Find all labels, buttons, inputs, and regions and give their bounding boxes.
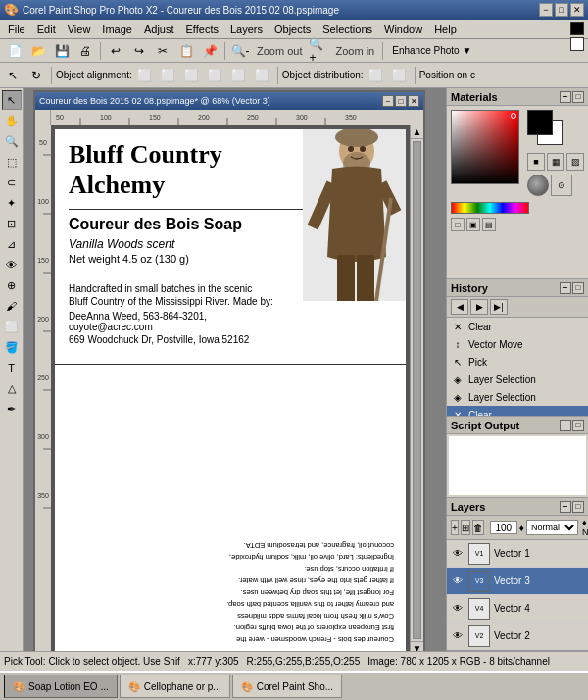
solid-color-btn[interactable]: ■ <box>527 153 545 171</box>
save-btn[interactable]: 💾 <box>51 41 73 61</box>
redo-btn[interactable]: ↪ <box>128 41 150 61</box>
doc-maximize[interactable]: □ <box>395 95 407 107</box>
color-spectrum[interactable] <box>451 202 529 214</box>
close-button[interactable]: ✕ <box>570 3 584 17</box>
pan-tool[interactable]: ✋ <box>2 111 22 130</box>
layer-item-vector2[interactable]: 👁 V2 Vector 2 <box>447 623 588 650</box>
maximize-button[interactable]: □ <box>555 3 568 17</box>
history-item-3[interactable]: ◈ Layer Selection <box>447 371 588 388</box>
brush-tool[interactable]: 🖌 <box>2 296 22 316</box>
blend-mode-select[interactable]: Normal Multiply Screen <box>526 520 578 535</box>
enhance-photo-btn[interactable]: Enhance Photo ▼ <box>387 41 476 61</box>
fg-bg-swatches[interactable] <box>527 110 563 145</box>
mat-ctrl-3[interactable]: ▤ <box>482 218 496 231</box>
menu-view[interactable]: View <box>62 22 97 37</box>
doc-minimize[interactable]: − <box>382 95 394 107</box>
undo-btn[interactable]: ↩ <box>105 41 126 61</box>
color-gradient[interactable] <box>451 110 519 184</box>
dist-v[interactable]: ⬜ <box>389 66 411 85</box>
menu-image[interactable]: Image <box>96 22 138 37</box>
print-btn[interactable]: 🖨 <box>74 41 96 61</box>
layer-item-vector4[interactable]: 👁 V4 Vector 4 <box>447 595 588 623</box>
doc-close[interactable]: ✕ <box>408 95 419 107</box>
open-btn[interactable]: 📂 <box>27 41 49 61</box>
zoom-in-btn[interactable]: 🔍+ <box>308 41 329 61</box>
align-center-h[interactable]: ⬜ <box>158 66 179 85</box>
history-maximize[interactable]: □ <box>572 282 584 294</box>
align-top[interactable]: ⬜ <box>205 66 226 85</box>
paste-btn[interactable]: 📌 <box>199 41 220 61</box>
layers-new[interactable]: + <box>451 520 459 535</box>
align-left[interactable]: ⬜ <box>134 66 156 85</box>
menu-edit[interactable]: Edit <box>31 22 62 37</box>
history-back[interactable]: ◀ <box>451 299 468 315</box>
layer-eye-2[interactable]: 👁 <box>451 630 465 641</box>
menu-layers[interactable]: Layers <box>224 22 269 37</box>
taskbar-item-1[interactable]: 🎨 Cellophane or p... <box>120 675 230 698</box>
zoom-out-btn[interactable]: 🔍- <box>229 41 251 61</box>
magic-wand[interactable]: ✦ <box>2 193 22 213</box>
history-item-4[interactable]: ◈ Layer Selection <box>447 388 588 406</box>
new-btn[interactable]: 📄 <box>4 41 25 61</box>
menu-objects[interactable]: Objects <box>269 22 317 37</box>
copy-btn[interactable]: 📋 <box>175 41 197 61</box>
minimize-button[interactable]: − <box>539 3 553 17</box>
zoom-tool[interactable]: 🔍 <box>2 131 22 151</box>
vertical-scrollbar[interactable]: ▲ ▼ <box>410 125 423 651</box>
history-end[interactable]: ▶| <box>490 299 508 315</box>
red-eye-tool[interactable]: 👁 <box>2 255 22 275</box>
canvas-area[interactable]: Coureur des Bois 2015 02 08.pspimage* @ … <box>24 88 446 651</box>
menu-adjust[interactable]: Adjust <box>138 22 180 37</box>
mat-ctrl-1[interactable]: □ <box>451 218 465 231</box>
script-maximize[interactable]: □ <box>572 420 584 431</box>
history-forward[interactable]: ▶ <box>470 299 488 315</box>
layers-maximize[interactable]: □ <box>572 501 584 513</box>
rotate-tool[interactable]: ↻ <box>25 66 47 85</box>
align-right[interactable]: ⬜ <box>181 66 203 85</box>
layers-minimize[interactable]: − <box>560 501 571 513</box>
eraser-tool[interactable]: ⬜ <box>2 317 22 336</box>
pattern-btn[interactable]: ▨ <box>566 153 584 171</box>
pick-tool[interactable]: ↖ <box>2 66 24 85</box>
menu-selections[interactable]: Selections <box>317 22 378 37</box>
layer-eye-4[interactable]: 👁 <box>451 603 465 614</box>
straighten-tool[interactable]: ⊿ <box>2 234 22 254</box>
taskbar-item-2[interactable]: 🎨 Corel Paint Sho... <box>232 675 342 698</box>
layer-item-vector3[interactable]: 👁 V3 Vector 3 <box>447 568 588 595</box>
layer-eye-3[interactable]: 👁 <box>451 575 465 586</box>
pick-tool-btn[interactable]: ↖ <box>2 90 22 110</box>
select-tool[interactable]: ⬚ <box>2 152 22 172</box>
fill-tool[interactable]: 🪣 <box>2 337 22 357</box>
history-item-1[interactable]: ↕ Vector Move <box>447 335 588 353</box>
layer-eye-1[interactable]: 👁 <box>451 548 465 559</box>
gradient-btn[interactable]: ▦ <box>547 153 564 171</box>
taskbar-item-0[interactable]: 🎨 Soap Lotion EO ... <box>4 675 118 698</box>
pen-tool[interactable]: ✒ <box>2 399 22 419</box>
layer-item-vector1[interactable]: 👁 V1 Vector 1 <box>447 540 588 568</box>
menu-effects[interactable]: Effects <box>180 22 224 37</box>
foreground-swatch[interactable] <box>527 110 553 135</box>
crop-tool[interactable]: ⊡ <box>2 214 22 233</box>
layers-group[interactable]: ⊞ <box>461 520 470 535</box>
history-item-2[interactable]: ↖ Pick <box>447 353 588 371</box>
scroll-thumb[interactable] <box>413 141 421 639</box>
shape-tool[interactable]: △ <box>2 378 22 398</box>
opacity-input[interactable] <box>490 521 517 534</box>
materials-maximize[interactable]: □ <box>572 91 584 103</box>
menu-help[interactable]: Help <box>428 22 463 37</box>
mat-ctrl-2[interactable]: ▣ <box>466 218 480 231</box>
clone-tool[interactable]: ⊕ <box>2 275 22 295</box>
history-minimize[interactable]: − <box>560 282 571 294</box>
menu-window[interactable]: Window <box>378 22 428 37</box>
scroll-up[interactable]: ▲ <box>411 125 423 139</box>
script-minimize[interactable]: − <box>560 420 571 431</box>
history-item-0[interactable]: ✕ Clear <box>447 318 588 335</box>
layers-delete[interactable]: 🗑 <box>472 520 484 535</box>
text-tool[interactable]: T <box>2 358 22 377</box>
dist-h[interactable]: ⬜ <box>366 66 387 85</box>
menu-file[interactable]: File <box>2 22 31 37</box>
materials-minimize[interactable]: − <box>560 91 571 103</box>
align-center-v[interactable]: ⬜ <box>228 66 250 85</box>
scroll-down[interactable]: ▼ <box>411 641 423 651</box>
align-bottom[interactable]: ⬜ <box>252 66 273 85</box>
